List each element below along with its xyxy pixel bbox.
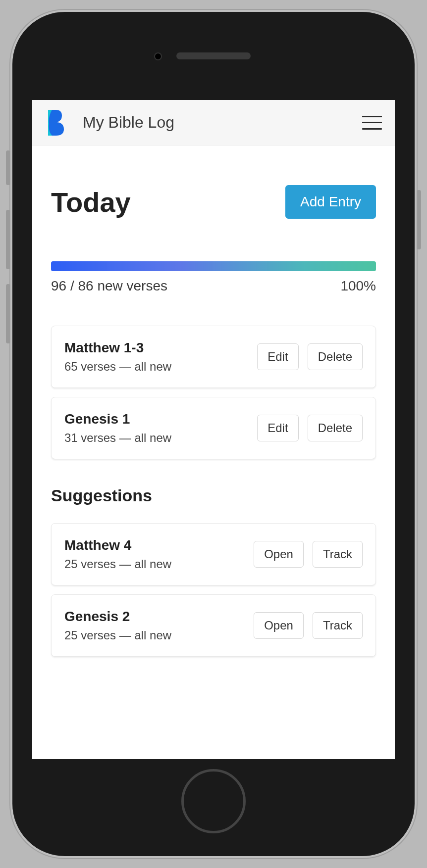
track-button[interactable]: Track — [313, 612, 363, 639]
phone-side-button — [6, 210, 10, 269]
app-brand[interactable]: My Bible Log — [83, 113, 174, 132]
phone-speaker — [176, 52, 251, 59]
edit-button[interactable]: Edit — [257, 415, 298, 441]
suggestion-subtitle: 25 verses — all new — [64, 628, 245, 642]
suggestion-card: Genesis 2 25 verses — all new Open Track — [51, 594, 376, 657]
delete-button[interactable]: Delete — [308, 343, 363, 370]
suggestion-title: Matthew 4 — [64, 537, 245, 553]
progress-verses-label: 96 / 86 new verses — [51, 278, 167, 294]
main-content: Today Add Entry 96 / 86 new verses 100% … — [32, 145, 395, 657]
suggestion-title: Genesis 2 — [64, 609, 245, 625]
hamburger-menu-icon[interactable] — [362, 116, 382, 130]
phone-side-button — [6, 284, 10, 343]
delete-button[interactable]: Delete — [308, 415, 363, 441]
entry-subtitle: 65 verses — all new — [64, 360, 248, 374]
progress-bar — [51, 261, 376, 271]
page-title: Today — [51, 186, 131, 218]
page-header: Today Add Entry — [51, 185, 376, 219]
suggestions-heading: Suggestions — [51, 486, 376, 505]
entry-subtitle: 31 verses — all new — [64, 431, 248, 445]
add-entry-button[interactable]: Add Entry — [285, 185, 376, 219]
navbar: My Bible Log — [32, 100, 395, 145]
entry-card: Genesis 1 31 verses — all new Edit Delet… — [51, 397, 376, 459]
edit-button[interactable]: Edit — [257, 343, 298, 370]
phone-frame: My Bible Log Today Add Entry 96 / 86 new… — [10, 10, 417, 858]
progress-section: 96 / 86 new verses 100% — [51, 261, 376, 294]
progress-percent-label: 100% — [340, 278, 376, 294]
phone-camera — [154, 52, 162, 60]
entry-card: Matthew 1-3 65 verses — all new Edit Del… — [51, 326, 376, 388]
phone-side-button — [6, 150, 10, 185]
app-screen: My Bible Log Today Add Entry 96 / 86 new… — [32, 100, 395, 759]
phone-home-button[interactable] — [181, 769, 246, 833]
open-button[interactable]: Open — [254, 541, 304, 568]
entry-title: Matthew 1-3 — [64, 340, 248, 356]
open-button[interactable]: Open — [254, 612, 304, 639]
entry-title: Genesis 1 — [64, 411, 248, 427]
track-button[interactable]: Track — [313, 541, 363, 568]
suggestion-card: Matthew 4 25 verses — all new Open Track — [51, 523, 376, 585]
app-logo-icon[interactable] — [45, 110, 65, 136]
suggestion-subtitle: 25 verses — all new — [64, 557, 245, 571]
